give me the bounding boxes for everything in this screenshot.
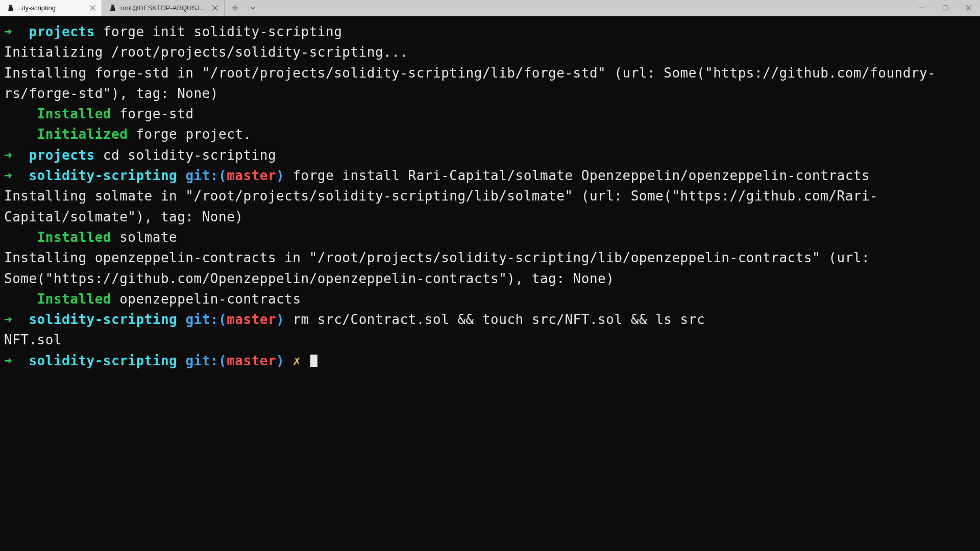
terminal-line: ➜ solidity-scripting git:(master) ✗	[4, 350, 976, 371]
terminal-segment: forge project.	[128, 127, 251, 142]
terminal-line: Initialized forge project.	[4, 124, 976, 144]
tab-dropdown-button[interactable]	[245, 0, 260, 16]
terminal-segment: openzeppelin-contracts	[111, 291, 301, 307]
linux-icon	[108, 4, 116, 12]
terminal-segment	[177, 168, 185, 183]
terminal-line: Installing forge-std in "/root/projects/…	[4, 63, 976, 104]
tab-1-close-icon[interactable]	[88, 4, 96, 12]
terminal-segment: git:(	[185, 312, 227, 327]
terminal-segment	[4, 127, 37, 142]
terminal-line: ➜ projects forge init solidity-scripting	[4, 21, 976, 42]
close-window-button[interactable]	[957, 0, 980, 16]
terminal-segment: rm src/Contract.sol && touch src/NFT.sol…	[284, 312, 705, 327]
terminal-segment: Installed	[37, 230, 111, 245]
svg-point-3	[113, 6, 113, 6]
tab-1-title: ..ity-scripting	[18, 4, 84, 12]
terminal-segment: forge init solidity-scripting	[95, 24, 342, 39]
terminal-segment: git:(	[185, 353, 227, 368]
terminal-segment: NFT.sol	[4, 332, 62, 347]
terminal-segment: solidity-scripting	[29, 353, 177, 368]
terminal-line: ➜ solidity-scripting git:(master) forge …	[4, 165, 976, 186]
maximize-button[interactable]	[933, 0, 957, 16]
window-controls	[910, 0, 980, 16]
terminal-segment	[177, 312, 185, 327]
terminal-segment: )	[276, 353, 284, 368]
terminal-segment: Installing forge-std in "/root/projects/…	[4, 65, 936, 101]
terminal-segment: ➜	[4, 353, 29, 368]
terminal-line: NFT.sol	[4, 330, 976, 350]
terminal-segment	[4, 106, 37, 121]
terminal-segment: projects	[29, 147, 94, 163]
terminal-segment	[4, 291, 37, 307]
terminal-line: Installed forge-std	[4, 104, 976, 124]
terminal-segment: Initialized	[37, 127, 128, 142]
terminal-segment: cd solidity-scripting	[95, 147, 276, 163]
terminal-segment: master	[227, 168, 276, 183]
terminal-line: ➜ projects cd solidity-scripting	[4, 145, 976, 165]
terminal-segment: solmate	[111, 230, 177, 245]
terminal-line: Initializing /root/projects/solidity-scr…	[4, 42, 976, 62]
terminal-line: Installed solmate	[4, 227, 976, 247]
tab-1[interactable]: ..ity-scripting	[0, 0, 102, 16]
terminal-segment: Installed	[37, 106, 111, 121]
svg-rect-4	[943, 6, 947, 10]
terminal-segment: )	[276, 312, 284, 327]
tab-2-close-icon[interactable]	[211, 4, 219, 12]
terminal-segment: forge-std	[111, 106, 194, 121]
terminal-segment: solidity-scripting	[29, 168, 177, 183]
terminal-line: Installing openzeppelin-contracts in "/r…	[4, 247, 976, 289]
terminal-segment	[284, 353, 292, 368]
terminal-segment: solidity-scripting	[29, 312, 177, 327]
terminal-segment: Installing solmate in "/root/projects/so…	[4, 188, 878, 224]
terminal-segment: git:(	[185, 168, 227, 183]
terminal-segment: Installing openzeppelin-contracts in "/r…	[4, 250, 878, 286]
terminal-segment: ➜	[4, 24, 29, 39]
terminal-segment: projects	[29, 24, 94, 39]
terminal-segment: master	[227, 312, 276, 327]
svg-point-1	[11, 6, 11, 6]
terminal-segment	[177, 353, 185, 368]
tab-2[interactable]: root@DESKTOP-ARQUSJA: ~/p	[102, 0, 225, 16]
terminal-segment: master	[227, 353, 276, 368]
terminal-line: Installed openzeppelin-contracts	[4, 289, 976, 309]
terminal-segment: ✗	[292, 353, 301, 368]
svg-point-0	[9, 6, 10, 6]
tab-bar: ..ity-scripting root@DESKTOP-ARQUSJA: ~/…	[0, 0, 980, 16]
cursor	[310, 355, 317, 367]
terminal-output[interactable]: ➜ projects forge init solidity-scripting…	[0, 16, 980, 551]
linux-icon	[6, 4, 14, 12]
terminal-line: ➜ solidity-scripting git:(master) rm src…	[4, 309, 976, 330]
tab-2-title: root@DESKTOP-ARQUSJA: ~/p	[120, 4, 207, 12]
terminal-segment: ➜	[4, 312, 29, 327]
terminal-segment: Installed	[37, 291, 111, 307]
minimize-button[interactable]	[910, 0, 933, 16]
svg-point-2	[111, 6, 112, 6]
terminal-line: Installing solmate in "/root/projects/so…	[4, 186, 976, 227]
terminal-segment	[301, 353, 309, 368]
terminal-segment: ➜	[4, 168, 29, 183]
terminal-segment: ➜	[4, 147, 29, 163]
terminal-segment: )	[276, 168, 284, 183]
terminal-segment: Initializing /root/projects/solidity-scr…	[4, 44, 408, 60]
terminal-segment	[4, 230, 37, 245]
new-tab-button[interactable]	[225, 0, 245, 16]
terminal-segment: forge install Rari-Capital/solmate Openz…	[284, 168, 870, 183]
